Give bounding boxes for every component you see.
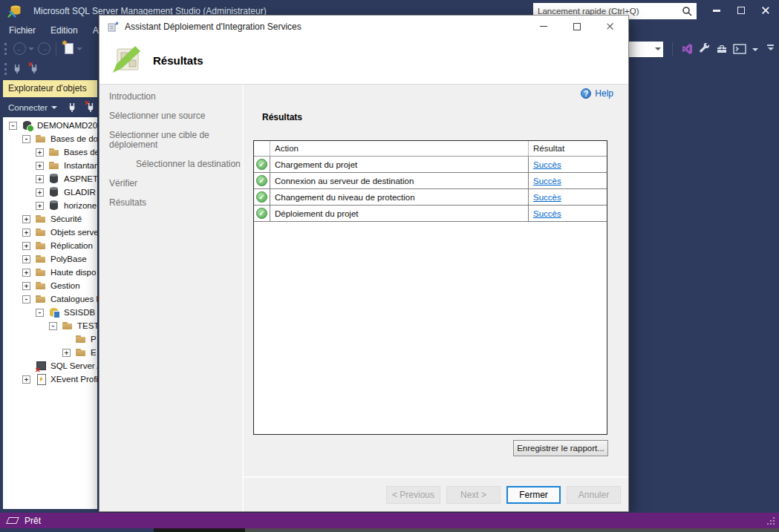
table-row[interactable]: ✓ Connexion au serveur de destination Su… <box>254 173 607 189</box>
menubar: Fichier Edition Af <box>1 22 108 39</box>
expand-icon[interactable]: + <box>22 255 30 263</box>
nav-step-results[interactable]: Résultats <box>109 198 236 208</box>
wrench-icon[interactable] <box>699 43 711 55</box>
chevron-down-icon[interactable] <box>51 106 57 112</box>
save-report-button[interactable]: Enregistrer le rapport... <box>513 440 608 456</box>
success-link[interactable]: Succès <box>533 177 561 185</box>
tree-item[interactable]: P <box>3 332 97 346</box>
menu-edition[interactable]: Edition <box>43 22 85 39</box>
minimize-button[interactable] <box>704 1 729 20</box>
expand-icon <box>22 362 30 370</box>
column-header-action[interactable]: Action <box>270 141 528 156</box>
success-link[interactable]: Succès <box>533 209 561 218</box>
expand-icon[interactable]: + <box>36 175 44 183</box>
tree-item[interactable]: +horizone <box>3 199 97 212</box>
tree-item[interactable]: +Objets serve <box>3 226 97 239</box>
column-header-result[interactable]: Résultat <box>528 141 607 156</box>
tree-item-catalogs[interactable]: -Catalogues I <box>3 292 97 306</box>
chevron-down-icon[interactable] <box>752 48 758 54</box>
overflow-icon[interactable] <box>767 45 774 53</box>
cancel-button[interactable]: Annuler <box>567 486 621 504</box>
main-window-controls <box>704 1 778 20</box>
expand-icon[interactable]: + <box>62 349 71 357</box>
collapse-icon[interactable]: - <box>22 295 30 303</box>
maximize-button[interactable] <box>729 1 753 20</box>
nav-step-select-target[interactable]: Sélectionner une cible de déploiement <box>109 131 236 150</box>
vs-icon[interactable] <box>682 43 694 55</box>
expand-icon[interactable]: + <box>22 375 30 384</box>
connect-plug-icon[interactable] <box>12 63 23 74</box>
help-link[interactable]: ? Help <box>581 88 613 99</box>
deployment-wizard-dialog: Assistant Déploiement d'Integration Serv… <box>99 15 629 512</box>
check-circle-icon: ✓ <box>256 208 267 219</box>
results-section-title: Résultats <box>262 112 302 122</box>
toolbar-combobox[interactable] <box>628 42 663 57</box>
tree-item[interactable]: +Haute dispo <box>3 266 97 279</box>
collapse-icon[interactable]: - <box>22 135 30 143</box>
table-row[interactable]: ✓ Déploiement du projet Succès <box>254 206 607 222</box>
menu-fichier[interactable]: Fichier <box>1 22 43 39</box>
success-link[interactable]: Succès <box>533 160 561 169</box>
tree-item-label: P <box>91 335 97 344</box>
chevron-down-icon[interactable] <box>28 47 34 53</box>
nav-step-select-destination[interactable]: Sélectionner la destination <box>136 160 236 169</box>
object-explorer-header[interactable]: Explorateur d'objets <box>3 80 97 97</box>
tree-item[interactable]: +Réplication <box>3 239 97 252</box>
nav-step-review[interactable]: Vérifier <box>109 179 236 188</box>
expand-icon[interactable]: + <box>22 242 30 250</box>
previous-button[interactable]: < Previous <box>386 486 440 504</box>
success-link[interactable]: Succès <box>533 193 561 202</box>
tree-item[interactable]: +PolyBase <box>3 252 97 266</box>
expand-icon[interactable]: + <box>36 202 44 210</box>
connect-button[interactable]: Connecter <box>8 103 48 112</box>
tree-item[interactable]: +Sécurité <box>3 212 97 226</box>
close-wizard-button[interactable]: Fermer <box>506 486 561 504</box>
tree-item-server[interactable]: -DEMONAMD20 <box>3 119 97 132</box>
expand-icon[interactable]: + <box>36 188 44 197</box>
connect-plug-icon[interactable] <box>67 102 78 113</box>
dialog-maximize-button[interactable] <box>568 16 586 36</box>
tree-item-label: E <box>91 348 97 357</box>
new-query-icon[interactable] <box>65 43 74 54</box>
collapse-icon[interactable]: - <box>49 322 57 330</box>
tree-item[interactable]: +E <box>3 346 97 359</box>
disconnect-plug-icon[interactable]: ✕ <box>85 102 97 113</box>
tree-item[interactable]: +ASPNET_ <box>3 172 97 185</box>
back-icon[interactable]: ← <box>13 42 26 55</box>
table-row[interactable]: ✓ Changement du niveau de protection Suc… <box>254 189 607 206</box>
collapse-icon[interactable]: - <box>36 309 44 317</box>
tree-item[interactable]: +Bases de <box>3 145 97 159</box>
tree-item[interactable]: +GLADIR <box>3 185 97 199</box>
forward-icon[interactable]: → <box>38 42 50 55</box>
collapse-icon[interactable]: - <box>9 122 17 130</box>
expand-icon[interactable]: + <box>22 229 30 237</box>
expand-icon[interactable]: + <box>22 269 30 277</box>
resize-grip[interactable] <box>773 523 775 525</box>
tree-item-sql-agent[interactable]: SQL Server A <box>3 359 97 372</box>
next-button[interactable]: Next > <box>446 486 501 504</box>
expand-icon[interactable]: + <box>22 215 30 223</box>
expand-icon[interactable]: + <box>22 282 30 290</box>
dialog-minimize-button[interactable] <box>535 16 553 36</box>
nav-step-select-source[interactable]: Sélectionner une source <box>109 111 236 121</box>
console-icon[interactable] <box>733 44 746 54</box>
toolbar-grip[interactable] <box>4 63 7 75</box>
tree-item-databases[interactable]: -Bases de do <box>3 132 97 145</box>
expand-icon[interactable]: + <box>36 162 44 170</box>
tree-item[interactable]: +Gestion <box>3 279 97 292</box>
nav-step-introduction[interactable]: Introduction <box>109 92 236 102</box>
tree-item[interactable]: -TEST <box>3 319 97 332</box>
toolbar-grip[interactable] <box>4 43 7 55</box>
wizard-header: Résultats <box>100 38 628 85</box>
tree-item[interactable]: +Instantan <box>3 159 97 172</box>
table-row[interactable]: ✓ Chargement du projet Succès <box>254 157 607 173</box>
tree-item-ssisdb[interactable]: -SSISDB <box>3 306 97 319</box>
chevron-down-icon[interactable] <box>76 47 82 53</box>
close-button[interactable] <box>753 1 778 20</box>
expand-icon[interactable]: + <box>36 148 44 157</box>
disconnect-plug-icon[interactable]: ✕ <box>29 63 40 74</box>
toolbox-icon[interactable] <box>716 43 728 55</box>
dialog-close-button[interactable] <box>602 16 619 36</box>
tree-item-xevent[interactable]: +XEvent Profi <box>3 372 97 386</box>
object-explorer-tree: -DEMONAMD20 -Bases de do +Bases de +Inst… <box>3 117 97 509</box>
